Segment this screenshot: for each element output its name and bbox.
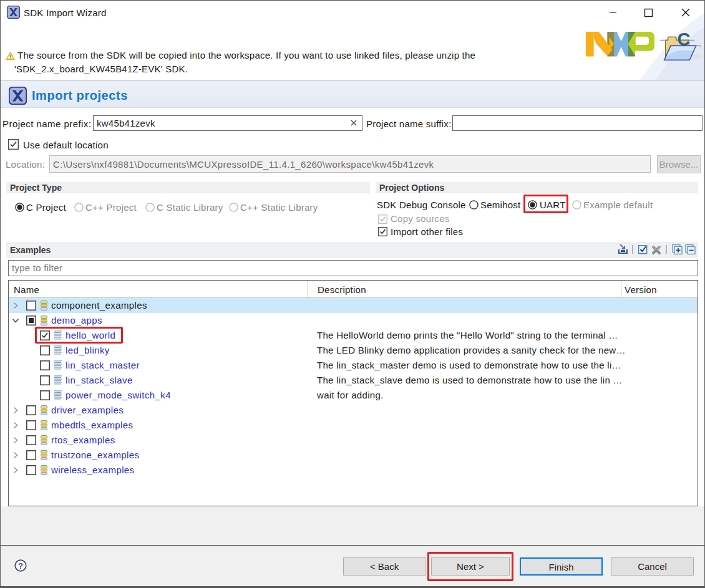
svg-text:?: ? — [18, 561, 23, 571]
